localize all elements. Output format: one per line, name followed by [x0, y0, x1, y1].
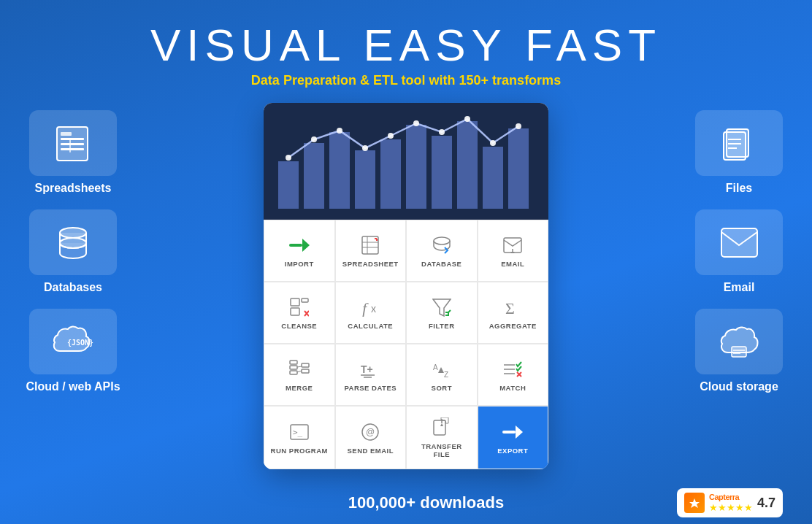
capterra-label: Capterra [709, 493, 753, 501]
chart-area [264, 103, 548, 220]
grid-item-calculate[interactable]: f x CALCULATE [335, 282, 407, 344]
svg-rect-40 [291, 298, 299, 306]
email-side-label: Email [724, 281, 755, 294]
grid-item-cleanse[interactable]: CLEANSE [264, 282, 335, 344]
subtitle: Data Preparation & ETL tool with 150+ tr… [0, 73, 812, 88]
grid-item-sort[interactable]: A Z SORT [406, 344, 478, 406]
svg-point-24 [413, 120, 419, 126]
svg-text:{JSON}: {JSON} [67, 339, 93, 347]
merge-icon [289, 358, 310, 380]
filter-label: FILTER [429, 322, 455, 330]
highlight-text: 150+ [459, 73, 489, 88]
svg-rect-12 [355, 150, 375, 209]
svg-rect-29 [289, 244, 302, 247]
grid-item-email[interactable]: EMAIL [478, 220, 549, 282]
aggregate-label: AGGREGATE [489, 322, 537, 330]
svg-text:@: @ [366, 427, 375, 437]
svg-rect-4 [69, 138, 71, 153]
spreadsheet-label: SPREADSHEET [342, 260, 399, 268]
svg-rect-11 [329, 132, 350, 209]
svg-rect-41 [291, 308, 299, 315]
svg-rect-10 [304, 143, 324, 209]
filter-icon [432, 296, 451, 318]
grid-item-run-program[interactable]: >_ RUN PROGRAM [264, 406, 335, 469]
svg-text:f: f [362, 299, 369, 317]
files-icon-box [695, 110, 783, 176]
run-program-icon: >_ [290, 421, 309, 443]
export-icon [502, 421, 523, 443]
grid-item-spreadsheet[interactable]: SPREADSHEET [335, 220, 407, 282]
match-icon [503, 358, 522, 380]
svg-text:Σ: Σ [505, 299, 515, 317]
svg-rect-54 [302, 369, 309, 373]
cloud-api-icon: {JSON} [51, 323, 95, 360]
export-label: EXPORT [497, 447, 528, 455]
svg-rect-42 [302, 298, 308, 302]
files-label: Files [726, 182, 752, 195]
grid-section: IMPORT SPREADSHEET DATABASE EMAIL [264, 220, 548, 469]
svg-point-7 [60, 238, 86, 248]
match-label: MATCH [499, 384, 526, 392]
parse-dates-label: PARSE DATES [344, 384, 397, 392]
svg-marker-62 [438, 367, 444, 373]
main-title: VISUAL EASY FAST [0, 20, 812, 70]
capterra-badge: Capterra ★★★★★ 4.7 [677, 488, 783, 517]
svg-point-21 [337, 128, 342, 134]
grid-item-import[interactable]: IMPORT [264, 220, 335, 282]
cleanse-icon [290, 296, 309, 318]
subtitle-text: Data Preparation & ETL tool with [251, 73, 459, 88]
svg-rect-83 [721, 228, 757, 257]
grid-item-merge[interactable]: MERGE [264, 344, 335, 406]
run-program-label: RUN PROGRAM [271, 447, 328, 455]
svg-rect-1 [61, 138, 84, 140]
left-column: Spreadsheets Databases {JSON} [15, 103, 131, 393]
database-grid-icon [432, 234, 451, 256]
bottom-bar: 100,000+ downloads Capterra ★★★★★ 4.7 [0, 482, 812, 524]
aggregate-icon: Σ [503, 296, 522, 318]
grid-item-filter[interactable]: FILTER [406, 282, 478, 344]
grid-item-match[interactable]: MATCH [478, 344, 549, 406]
side-item-databases: Databases [15, 209, 131, 294]
svg-point-26 [464, 116, 470, 122]
grid-item-aggregate[interactable]: Σ AGGREGATE [478, 282, 549, 344]
email-side-icon [719, 226, 759, 259]
svg-text:A: A [433, 363, 438, 371]
email-icon-box [695, 209, 783, 275]
svg-rect-53 [302, 363, 309, 367]
svg-text:Z: Z [444, 371, 448, 379]
grid-item-parse-dates[interactable]: T+ PARSE DATES [335, 344, 407, 406]
files-icon [719, 123, 759, 163]
database-icon [53, 223, 93, 263]
sort-label: SORT [432, 384, 452, 392]
svg-rect-51 [290, 366, 297, 369]
grid-item-export[interactable]: EXPORT [478, 406, 549, 469]
calculate-label: CALCULATE [348, 322, 393, 330]
svg-point-25 [439, 129, 445, 135]
svg-point-28 [516, 123, 521, 129]
import-icon [289, 234, 310, 256]
downloads-text: 100,000+ downloads [175, 493, 677, 512]
subtitle-end: transforms [489, 73, 561, 88]
svg-rect-3 [61, 148, 84, 150]
side-item-spreadsheets: Spreadsheets [15, 110, 131, 195]
send-email-icon: @ [361, 421, 380, 443]
transfer-file-icon [432, 417, 451, 439]
grid-item-send-email[interactable]: @ SEND EMAIL [335, 406, 407, 469]
parse-dates-icon: T+ [360, 358, 380, 380]
svg-rect-50 [290, 361, 297, 364]
databases-label: Databases [44, 281, 102, 294]
sort-icon: A Z [432, 358, 451, 380]
send-email-label: SEND EMAIL [347, 447, 394, 455]
center-panel: IMPORT SPREADSHEET DATABASE EMAIL [264, 103, 548, 469]
svg-point-37 [434, 237, 450, 244]
svg-rect-76 [502, 431, 516, 434]
side-item-email: Email [681, 209, 797, 294]
svg-rect-79 [724, 132, 746, 160]
svg-rect-14 [406, 125, 426, 209]
grid-item-transfer-file[interactable]: TRANSFER FILE [406, 406, 478, 469]
grid-item-database[interactable]: DATABASE [406, 220, 478, 282]
svg-point-27 [490, 140, 496, 146]
spreadsheets-icon-box [29, 110, 117, 176]
cleanse-label: CLEANSE [281, 322, 317, 330]
capterra-stars: ★★★★★ [709, 502, 753, 513]
